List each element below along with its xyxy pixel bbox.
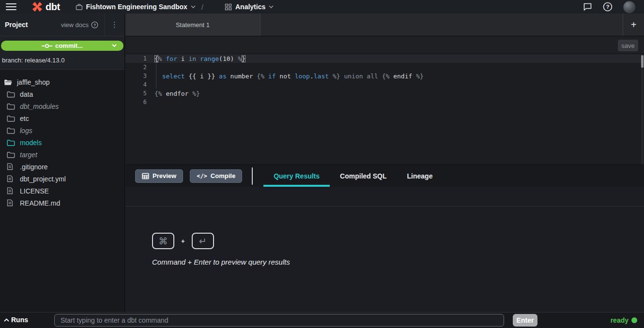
topbar-actions: ?	[583, 1, 635, 13]
commit-label: commit...	[55, 42, 83, 49]
results-tabs: Query Results Compiled SQL Lineage	[263, 165, 443, 187]
line-number: 6	[125, 99, 147, 105]
compile-label: Compile	[211, 172, 235, 179]
code-editor[interactable]: 1{% for i in range(10) %}23 select {{ i …	[125, 54, 644, 164]
tree-item-label: README.md	[20, 199, 60, 207]
dbt-logo-mark-icon	[31, 0, 44, 13]
tab-label: Statement 1	[176, 21, 210, 29]
view-docs-link[interactable]: view docs ?	[61, 21, 104, 29]
help-icon[interactable]: ?	[603, 2, 613, 12]
commit-button[interactable]: commit...	[1, 41, 123, 51]
code-text: select {{ i }} as number {% if not loop.…	[154, 73, 424, 80]
project-name: Analytics	[235, 3, 265, 11]
code-line[interactable]: 6	[125, 98, 644, 106]
tree-item-label: dbt_project.yml	[20, 175, 66, 183]
tree-item-data[interactable]: data	[0, 88, 124, 100]
tree-item-logs[interactable]: logs	[0, 124, 124, 136]
chevron-down-icon	[112, 44, 117, 47]
editor-pane: Statement 1 + save 1{% for i in range(10…	[125, 14, 644, 312]
sidebar-menu-button[interactable]: ⋮	[104, 14, 124, 36]
svg-text:?: ?	[93, 22, 96, 27]
grid-icon	[225, 3, 232, 11]
file-icon	[7, 175, 15, 182]
dbt-logo: dbt	[31, 0, 60, 13]
tree-item-dbt_modules[interactable]: dbt_modules	[0, 100, 124, 112]
git-commit-icon	[42, 44, 52, 48]
dbt-command-input[interactable]	[54, 314, 504, 327]
runs-toggle[interactable]: Runs	[4, 316, 28, 324]
tab-label: Query Results	[274, 172, 320, 180]
file-icon	[7, 199, 15, 207]
tree-item-label: logs	[20, 127, 32, 134]
code-line[interactable]: 3 select {{ i }} as number {% if not loo…	[125, 72, 644, 80]
tree-item-.gitignore[interactable]: .gitignore	[0, 161, 124, 173]
code-text: {% for i in range(10) %}	[154, 55, 245, 62]
line-number: 1	[125, 55, 147, 62]
code-line[interactable]: 4	[125, 80, 644, 89]
dbt-cloud-ide: dbt Fishtown Engineering Sandbox / Analy…	[0, 0, 644, 328]
project-switcher[interactable]: Analytics	[225, 3, 274, 11]
dbt-wordmark: dbt	[46, 1, 60, 13]
folder-open-icon	[4, 79, 12, 86]
code-icon: </>	[197, 173, 207, 179]
tree-item-LICENSE[interactable]: LICENSE	[0, 185, 124, 197]
tab-lineage[interactable]: Lineage	[397, 165, 443, 187]
plus-icon: +	[631, 19, 637, 30]
tree-item-label: LICENSE	[20, 187, 49, 195]
code-line[interactable]: 1{% for i in range(10) %}	[125, 54, 644, 63]
tree-item-jaffle_shop[interactable]: jaffle_shop	[0, 76, 124, 88]
folder-icon	[7, 139, 15, 146]
tab-statement-1[interactable]: Statement 1	[125, 14, 261, 36]
tree-item-label: target	[20, 151, 37, 159]
editor-tab-bar: Statement 1 +	[125, 14, 644, 36]
tree-item-README.md[interactable]: README.md	[0, 197, 124, 209]
tree-item-target[interactable]: target	[0, 149, 124, 161]
tree-item-etc[interactable]: etc	[0, 112, 124, 124]
preview-button[interactable]: Preview	[135, 169, 183, 183]
tab-compiled-sql[interactable]: Compiled SQL	[330, 165, 397, 187]
file-tree: jaffle_shopdatadbt_modulesetclogsmodelst…	[0, 70, 124, 312]
new-tab-button[interactable]: +	[623, 14, 644, 36]
code-line[interactable]: 5{% endfor %}	[125, 89, 644, 98]
results-toolbar: Preview </> Compile Query Results Compil…	[125, 165, 644, 187]
return-key-icon: ↵	[192, 233, 214, 249]
shortcut-hint: ⌘ + ↵ Command + Enter to preview query r…	[152, 233, 290, 266]
folder-icon	[7, 127, 15, 134]
toolbar-divider	[252, 167, 253, 185]
enter-button[interactable]: Enter	[513, 314, 537, 327]
save-button[interactable]: save	[618, 40, 638, 51]
project-sidebar: Project view docs ? ⋮	[0, 14, 125, 312]
file-icon	[7, 187, 15, 194]
tree-item-models[interactable]: models	[0, 136, 124, 149]
folder-icon	[7, 115, 15, 122]
folder-icon	[7, 103, 15, 110]
tree-item-dbt_project.yml[interactable]: dbt_project.yml	[0, 173, 124, 185]
tree-item-label: etc	[20, 115, 29, 122]
user-avatar[interactable]	[623, 1, 635, 13]
tree-item-label: .gitignore	[20, 163, 48, 171]
branch-label: branch: release/4.13.0	[0, 53, 124, 70]
svg-text:?: ?	[606, 4, 610, 10]
compile-button[interactable]: </> Compile	[190, 169, 242, 183]
line-number: 2	[125, 64, 147, 71]
folder-icon	[7, 151, 15, 158]
tree-item-label: models	[20, 139, 42, 147]
top-bar: dbt Fishtown Engineering Sandbox / Analy…	[0, 0, 644, 14]
code-line[interactable]: 2	[125, 63, 644, 72]
chevron-up-icon	[4, 318, 9, 322]
runs-label: Runs	[11, 316, 28, 324]
editor-action-row: save	[125, 36, 644, 54]
table-icon	[142, 173, 149, 179]
kebab-icon: ⋮	[111, 20, 118, 29]
editor-scrollbar-track	[641, 54, 644, 164]
tab-query-results[interactable]: Query Results	[263, 165, 330, 187]
account-switcher[interactable]: Fishtown Engineering Sandbox	[76, 3, 196, 11]
editor-scrollbar-thumb[interactable]	[641, 55, 644, 68]
hamburger-menu-icon[interactable]	[6, 3, 16, 10]
question-circle-icon: ?	[91, 21, 98, 29]
results-panel: Preview </> Compile Query Results Compil…	[125, 164, 644, 312]
feedback-chat-icon[interactable]	[583, 2, 592, 11]
status-dot	[631, 317, 637, 323]
shortcut-hint-text: Command + Enter to preview query results	[152, 258, 290, 266]
tab-label: Lineage	[407, 172, 433, 180]
